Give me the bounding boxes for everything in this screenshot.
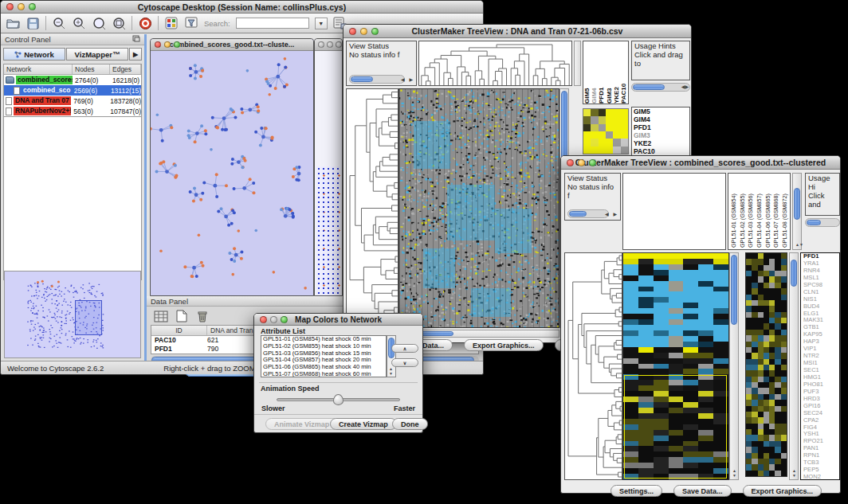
move-down-button[interactable]: ∨ (391, 358, 418, 367)
network-table-header[interactable]: Network Nodes Edges (4, 64, 141, 75)
tv2-heat-cell (683, 287, 698, 292)
frame2-close-button[interactable] (318, 41, 324, 48)
tab-overflow-button[interactable]: ▶ (129, 48, 142, 61)
tv2-gene-list[interactable]: PFD1YRA1RNR4MSL1SPC98CLN1NIS1BUD4ELG1MAK… (800, 252, 840, 480)
tv1-heatmap[interactable] (398, 88, 559, 328)
tv1-column-dendrogram[interactable] (418, 41, 572, 86)
frame2-zoom-button[interactable] (336, 41, 342, 48)
treeview2-titlebar[interactable]: ClusterMaker TreeView : combined_scores_… (561, 156, 840, 170)
tv2-column-tree-area[interactable] (622, 173, 726, 250)
new-attribute-icon[interactable] (174, 309, 190, 323)
float-panel-icon[interactable] (132, 35, 140, 44)
network-row[interactable]: RNAPuberNov2+!563(0)107847(0) (4, 106, 141, 116)
main-titlebar[interactable]: Cytoscape Desktop (Session Name: collins… (1, 1, 483, 14)
tv2-heat-cell (713, 385, 728, 391)
open-folder-icon[interactable] (6, 17, 20, 30)
animation-speed-slider[interactable] (277, 398, 400, 401)
matrix-cell (591, 131, 598, 139)
tv1-zoom-button[interactable] (371, 28, 379, 35)
dialog-minimize-button[interactable] (270, 316, 277, 323)
tv2-heat-cell (698, 281, 713, 287)
tv1-hints-scrollbar[interactable]: ◀▶ (631, 83, 690, 92)
minimize-button[interactable] (18, 3, 25, 10)
delete-attribute-icon[interactable] (194, 309, 210, 323)
treeview1-titlebar[interactable]: ClusterMaker TreeView : DNA and Tran 07-… (344, 25, 691, 38)
move-up-button[interactable]: ∧ (391, 344, 418, 353)
tv1-status-scrollbar[interactable] (349, 75, 405, 84)
tv2-status-scrollbar[interactable] (567, 209, 609, 218)
dialog-titlebar[interactable]: Map Colors to Network (254, 314, 422, 326)
help-lifering-icon[interactable] (138, 17, 152, 30)
tv2-heat-cell (623, 474, 638, 479)
slider-thumb[interactable] (333, 394, 344, 405)
done-button[interactable]: Done (392, 418, 428, 430)
frame-minimize-button[interactable] (164, 41, 171, 48)
frame-close-button[interactable] (155, 41, 161, 48)
tv2-zoom-panel[interactable] (745, 252, 787, 477)
tv2-zoom-cell (758, 412, 764, 417)
tv2-collabel-scrollbar[interactable]: ▲▼ (792, 173, 802, 250)
frame-zoom-button[interactable] (174, 41, 180, 48)
tv1-minimize-button[interactable] (360, 28, 367, 35)
vizmapper-icon[interactable] (164, 17, 179, 30)
tv2-heat-cell (654, 259, 669, 264)
network-canvas[interactable] (151, 51, 313, 295)
network-row[interactable]: combined_sco2569(6)13112(15) (4, 85, 141, 96)
tv2-heat-cell (698, 408, 713, 413)
dialog-zoom-button[interactable] (281, 316, 288, 323)
network-view-titlebar[interactable]: combined_scores_good.txt--cluste... (151, 39, 313, 51)
tv2-settings-button[interactable]: Settings... (610, 485, 662, 497)
save-icon[interactable] (26, 17, 40, 30)
close-button[interactable] (6, 3, 14, 10)
tv2-heat-cell (713, 463, 728, 468)
attribute-list[interactable]: GPL51-01 (GSM854) heat shock 05 minGPL51… (261, 335, 387, 377)
zoom-in-icon[interactable] (72, 17, 86, 30)
tv2-status-scroll-arrows[interactable]: ◀ ▶ (605, 212, 618, 217)
tv2-heat-cell (698, 325, 713, 330)
search-dropdown-button[interactable]: ▼ (315, 18, 328, 29)
tv2-hints-scrollbar[interactable] (805, 218, 840, 227)
attribute-item[interactable]: GPL51-07 (GSM868) heat shock 60 min (261, 371, 386, 377)
dialog-close-button[interactable] (260, 316, 267, 323)
zoom-button[interactable] (29, 3, 36, 10)
tv1-row-dendrogram[interactable] (346, 88, 398, 328)
tv1-status-scroll-arrows[interactable]: ◀ ▶ (401, 77, 414, 83)
tv1-close-button[interactable] (349, 28, 356, 35)
tv1-similarity-matrix[interactable] (583, 108, 629, 154)
zoom-fit-icon[interactable] (112, 17, 126, 30)
tv2-save-data-button[interactable]: Save Data... (673, 485, 732, 497)
zoom-selected-icon[interactable] (92, 17, 106, 30)
create-vizmap-button[interactable]: Create Vizmap (330, 418, 397, 430)
tv2-heat-cell (669, 441, 684, 447)
tv2-heat-cell (683, 424, 698, 430)
tab-network[interactable]: Network (3, 48, 65, 61)
birdseye-viewport-rect[interactable] (75, 300, 102, 335)
tv2-close-button[interactable] (567, 159, 574, 166)
zoom-out-icon[interactable] (52, 17, 66, 30)
tv2-zoom-button[interactable] (589, 159, 596, 166)
filter-icon[interactable] (184, 17, 198, 30)
birdseye-view[interactable] (4, 271, 141, 358)
tv2-gene-scrollbar[interactable]: ▲▼ (789, 252, 799, 480)
animate-vizmap-button[interactable]: Animate Vizmap (265, 418, 338, 430)
tv2-row-dendrogram[interactable] (564, 252, 622, 480)
network-row[interactable]: DNA and Tran 07769(0)183728(0) (4, 96, 141, 106)
tv2-heat-cell (683, 264, 698, 270)
search-input[interactable] (236, 18, 309, 29)
tv2-minimize-button[interactable] (578, 159, 585, 166)
tv1-col-scrollbar[interactable] (574, 41, 581, 86)
tv2-heat-cell (713, 391, 728, 397)
tv2-heat-cell (623, 253, 638, 259)
tv2-heatmap-vscrollbar[interactable]: ▲▼ (729, 252, 739, 480)
tv1-export-graphics-button[interactable]: Export Graphics... (464, 339, 544, 351)
frame2-minimize-button[interactable] (327, 41, 333, 48)
tv2-heat-cell (713, 474, 728, 479)
tv2-zoom-cell (775, 359, 780, 365)
network-row[interactable]: combined_scores2764(0)16218(0) (4, 75, 141, 85)
tv2-export-graphics-button[interactable]: Export Graphics... (743, 485, 822, 497)
tv2-heatmap[interactable] (622, 252, 729, 480)
tab-vizmapper[interactable]: VizMapper™ (66, 48, 128, 61)
attribute-select-icon[interactable] (153, 309, 169, 323)
background-network-frame[interactable] (314, 38, 343, 296)
attribute-list-scrollbar[interactable]: ▲▼ (387, 335, 396, 377)
